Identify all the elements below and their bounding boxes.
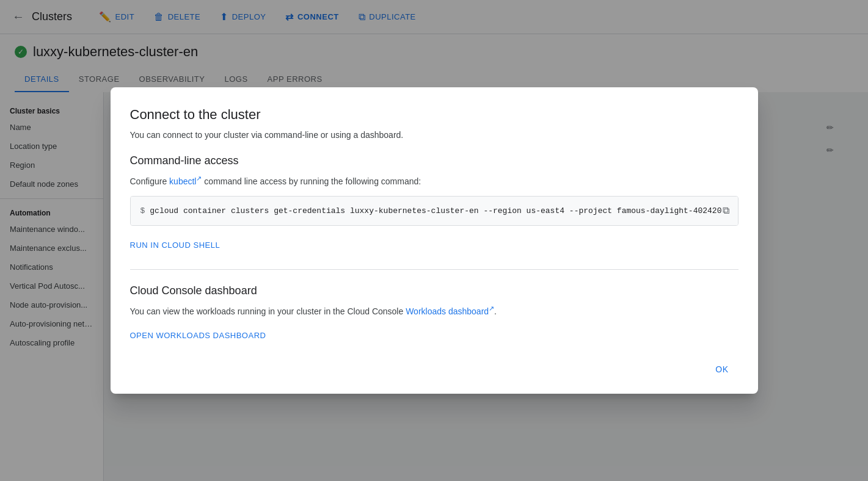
command-text: gcloud container clusters get-credential… [150,206,721,215]
modal-footer: OK [130,360,739,379]
modal-divider [130,269,739,270]
open-workloads-dashboard-button[interactable]: OPEN WORKLOADS DASHBOARD [130,326,266,345]
dashboard-section: Cloud Console dashboard You can view the… [130,284,739,345]
dashboard-desc-prefix: You can view the workloads running in yo… [130,306,406,316]
connect-modal: Connect to the cluster You can connect t… [111,87,758,393]
cmd-desc-prefix: Configure [130,176,170,186]
modal-overlay: Connect to the cluster You can connect t… [0,0,868,481]
cmd-section: Command-line access Configure kubectl↗ c… [130,154,739,255]
run-cloud-shell-button[interactable]: RUN IN CLOUD SHELL [130,236,221,255]
modal-title: Connect to the cluster [130,107,739,123]
workloads-dashboard-link[interactable]: Workloads dashboard↗ [406,306,494,316]
kubectl-link[interactable]: kubectl↗ [169,176,202,186]
cmd-section-title: Command-line access [130,154,739,167]
dashboard-section-title: Cloud Console dashboard [130,284,739,297]
dashboard-section-desc: You can view the workloads running in yo… [130,305,739,316]
cmd-section-desc: Configure kubectl↗ command line access b… [130,175,739,186]
copy-icon: ⧉ [723,205,729,215]
dollar-sign: $ [140,206,145,215]
cmd-desc-suffix: command line access by running the follo… [202,176,421,186]
dashboard-desc-suffix: . [494,306,497,316]
copy-command-button[interactable]: ⧉ [720,203,732,219]
ok-button[interactable]: OK [706,360,738,379]
modal-subtitle: You can connect to your cluster via comm… [130,130,739,140]
command-code-block: $gcloud container clusters get-credentia… [130,196,739,226]
